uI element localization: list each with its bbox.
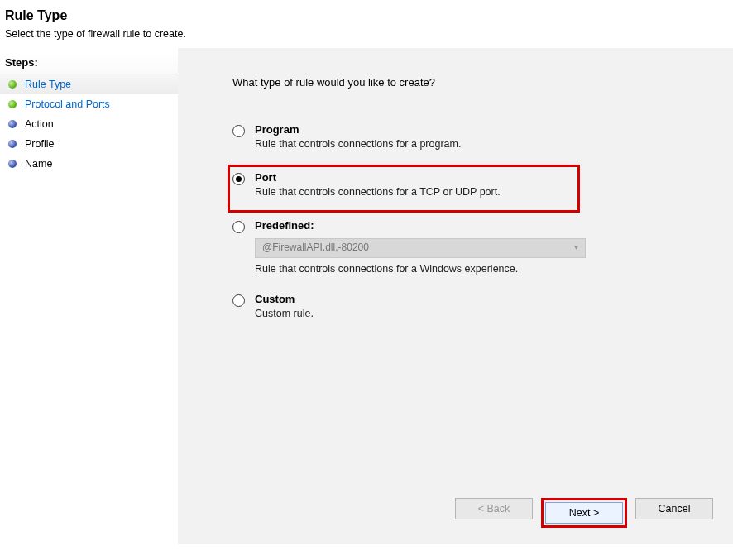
wizard-header: Rule Type Select the type of firewall ru… [0, 0, 733, 48]
step-bullet-icon [8, 80, 17, 89]
step-bullet-icon [8, 100, 17, 108]
option-custom[interactable]: Custom Custom rule. [232, 291, 700, 321]
predefined-select: @FirewallAPI.dll,-80200 ▾ [255, 238, 586, 258]
radio-predefined[interactable] [232, 221, 245, 233]
option-program-desc: Rule that controls connections for a pro… [255, 138, 461, 150]
option-predefined[interactable]: Predefined: @FirewallAPI.dll,-80200 ▾ Ru… [232, 218, 700, 276]
radio-port[interactable] [232, 173, 245, 185]
step-label: Rule Type [25, 79, 71, 90]
cancel-button[interactable]: Cancel [635, 498, 713, 519]
option-port-desc: Rule that controls connections for a TCP… [255, 186, 501, 198]
step-bullet-icon [8, 140, 17, 148]
option-port-label: Port [255, 171, 501, 184]
step-action[interactable]: Action [0, 114, 178, 134]
step-protocol-and-ports[interactable]: Protocol and Ports [0, 94, 178, 114]
predefined-select-value: @FirewallAPI.dll,-80200 [262, 242, 369, 253]
step-profile[interactable]: Profile [0, 134, 178, 154]
radio-program[interactable] [232, 125, 245, 137]
question-text: What type of rule would you like to crea… [232, 76, 700, 89]
radio-custom[interactable] [232, 294, 245, 307]
wizard-buttons: < Back Next > Cancel [455, 498, 713, 528]
step-rule-type[interactable]: Rule Type [0, 74, 178, 94]
back-button: < Back [455, 498, 533, 519]
step-label: Profile [25, 138, 54, 150]
option-port[interactable]: Port Rule that controls connections for … [232, 170, 700, 199]
next-button[interactable]: Next > [545, 502, 623, 524]
page-subtitle: Select the type of firewall rule to crea… [5, 28, 725, 40]
option-custom-desc: Custom rule. [255, 308, 314, 319]
chevron-down-icon: ▾ [574, 242, 578, 251]
page-title: Rule Type [5, 8, 725, 23]
step-label: Action [25, 118, 54, 130]
main-panel: What type of rule would you like to crea… [178, 48, 733, 544]
step-label: Name [25, 158, 52, 170]
step-name[interactable]: Name [0, 154, 178, 174]
step-label: Protocol and Ports [25, 98, 110, 110]
option-predefined-desc: Rule that controls connections for a Win… [255, 263, 602, 275]
steps-label: Steps: [0, 53, 178, 74]
option-program[interactable]: Program Rule that controls connections f… [232, 122, 700, 151]
steps-sidebar: Steps: Rule Type Protocol and Ports Acti… [0, 48, 178, 544]
option-program-label: Program [255, 123, 461, 136]
step-bullet-icon [8, 120, 17, 128]
step-bullet-icon [8, 160, 17, 168]
option-predefined-label: Predefined: [255, 219, 602, 232]
option-custom-label: Custom [255, 293, 314, 305]
